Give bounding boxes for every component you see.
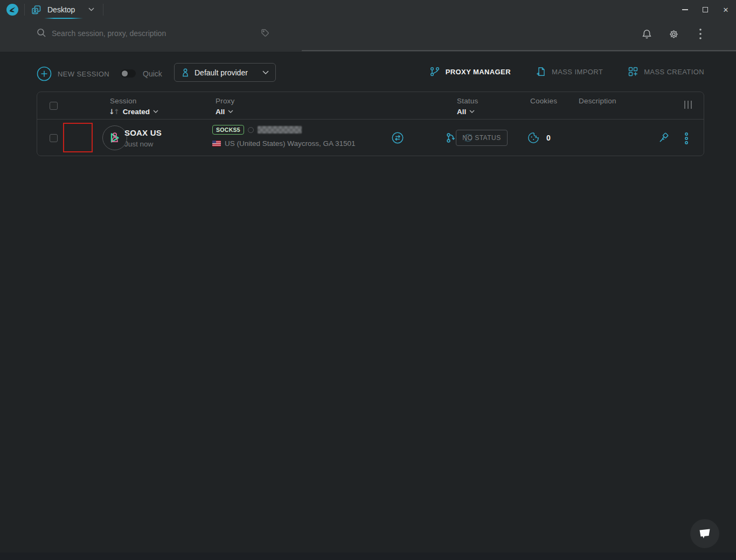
mass-creation-button[interactable]: MASS CREATION <box>628 66 704 77</box>
quick-toggle[interactable] <box>121 69 136 78</box>
proxy-cell: SOCKS5 US (United States) Waycross, GA 3… <box>212 124 356 148</box>
mass-import-icon <box>536 66 546 77</box>
status-column-label: Status <box>457 97 478 105</box>
chevron-down-icon <box>262 71 269 75</box>
session-created: Just now <box>124 140 162 148</box>
sessions-table: Session ↓↑ Created Proxy All Status All … <box>37 92 704 156</box>
toolbar-right: PROXY MANAGER MASS IMPORT MASS CREATION <box>429 66 704 77</box>
bell-icon <box>641 29 652 40</box>
proxy-manager-button[interactable]: PROXY MANAGER <box>429 66 511 77</box>
change-proxy-button[interactable] <box>392 132 404 144</box>
close-icon: ✕ <box>723 6 729 14</box>
chat-support-button[interactable] <box>690 519 719 548</box>
proxy-protocol-badge: SOCKS5 <box>212 125 244 135</box>
proxy-manager-label: PROXY MANAGER <box>446 68 511 76</box>
top-bar: Desktop ✕ <box>0 0 736 52</box>
proxy-ip-blurred <box>258 126 302 134</box>
minimize-icon <box>682 9 688 10</box>
title-bar: Desktop ✕ <box>0 0 736 19</box>
search-row <box>0 19 736 51</box>
proxy-manager-icon <box>429 66 440 77</box>
tag-icon[interactable] <box>260 28 270 38</box>
toggle-knob <box>122 71 128 76</box>
cookies-cell: 0 <box>527 132 551 144</box>
mass-creation-label: MASS CREATION <box>644 68 704 76</box>
kebab-icon <box>699 28 702 40</box>
provider-selected-value: Default provider <box>195 68 258 77</box>
cookies-column-label: Cookies <box>530 97 557 105</box>
provider-dropdown[interactable]: Default provider <box>174 63 276 82</box>
proxy-filter-control[interactable]: All <box>216 108 233 116</box>
created-sort-control[interactable]: ↓↑ Created <box>109 108 158 116</box>
notifications-button[interactable] <box>639 26 654 41</box>
new-session-label: NEW SESSION <box>58 70 109 78</box>
status-filter-control[interactable]: All <box>457 108 475 116</box>
chevron-down-icon <box>88 8 94 11</box>
maximize-button[interactable] <box>695 0 716 19</box>
window-controls: ✕ <box>675 0 736 19</box>
pin-session-button[interactable] <box>658 132 670 144</box>
mass-creation-icon <box>628 66 638 77</box>
minimize-button[interactable] <box>675 0 695 19</box>
top-right-actions <box>639 26 708 41</box>
mass-import-label: MASS IMPORT <box>552 68 603 76</box>
session-cell: SOAX US Just now <box>124 128 162 148</box>
sort-arrows-icon: ↓↑ <box>109 108 119 116</box>
search-input[interactable] <box>52 25 251 42</box>
quick-label: Quick <box>143 69 162 78</box>
person-icon <box>181 68 190 78</box>
chevron-down-icon <box>469 110 475 114</box>
annotation-highlight-box <box>63 123 93 152</box>
description-column-label: Description <box>579 97 616 105</box>
chevron-down-icon <box>228 110 233 114</box>
tab-desktop[interactable]: Desktop <box>25 0 103 19</box>
proxy-chain-button[interactable] <box>445 132 457 144</box>
tab-label: Desktop <box>47 5 75 14</box>
close-button[interactable]: ✕ <box>716 0 736 19</box>
search-icon <box>36 27 47 38</box>
maximize-icon <box>703 7 708 12</box>
mass-import-button[interactable]: MASS IMPORT <box>536 66 603 77</box>
status-badge: NO STATUS <box>456 130 508 146</box>
new-session-button[interactable]: NEW SESSION <box>37 66 109 81</box>
proxy-status-dot <box>248 127 254 133</box>
titlebar-divider <box>103 4 103 16</box>
app-logo-icon <box>6 4 18 16</box>
chevron-down-icon <box>153 110 158 114</box>
column-settings-icon[interactable] <box>684 101 692 109</box>
table-row: SOAX US Just now SOCKS5 US (United State… <box>37 120 704 156</box>
app-window: { "window": { "tab_label": "Desktop", "c… <box>0 0 736 560</box>
session-column-label: Session <box>110 97 136 105</box>
bottom-strip <box>0 552 736 560</box>
plus-circle-icon <box>37 66 52 81</box>
proxy-filter-value: All <box>216 108 225 116</box>
gear-icon <box>668 29 679 40</box>
cookies-count: 0 <box>546 134 551 142</box>
proxy-location: US (United States) Waycross, GA 31501 <box>225 139 356 148</box>
created-sort-label: Created <box>123 108 150 116</box>
select-all-checkbox[interactable] <box>50 102 58 110</box>
table-header: Session ↓↑ Created Proxy All Status All … <box>37 92 704 120</box>
profile-person-icon <box>110 132 120 144</box>
row-checkbox[interactable] <box>50 134 58 142</box>
settings-button[interactable] <box>666 26 681 41</box>
active-tab-underline <box>44 18 83 19</box>
us-flag-icon <box>212 141 221 146</box>
chat-bubble-icon <box>697 527 712 541</box>
status-filter-value: All <box>457 108 466 116</box>
topbar-scroll-line <box>302 50 736 51</box>
row-menu-button[interactable] <box>683 132 690 145</box>
profiles-icon <box>31 4 42 16</box>
cookie-icon <box>527 132 539 144</box>
toolbar: NEW SESSION Quick Default provider PROXY… <box>0 61 736 86</box>
more-menu-button[interactable] <box>693 26 708 41</box>
proxy-column-label: Proxy <box>216 97 235 105</box>
session-name: SOAX US <box>124 128 162 137</box>
